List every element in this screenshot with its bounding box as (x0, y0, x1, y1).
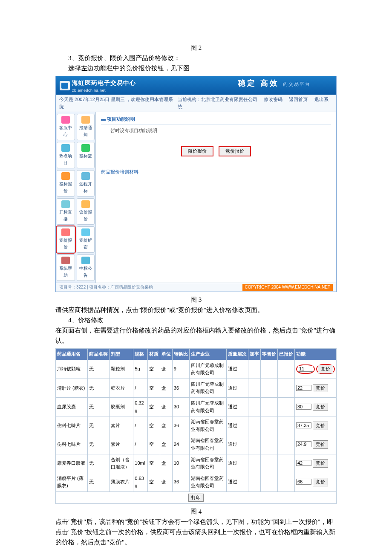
cell: 无 (88, 379, 110, 397)
logo-icon (59, 81, 70, 91)
cell (277, 397, 294, 416)
cell: / (133, 416, 148, 435)
cell: 通过 (226, 379, 248, 397)
sidebar-item-1[interactable]: 澄清通知 (77, 114, 95, 140)
sidebar-item-label: 热点项目 (59, 153, 72, 165)
price-input[interactable] (296, 404, 311, 410)
col-header: 材质 (147, 348, 160, 360)
footer-left: 项目号：3222 | 项目名称：广西药品限价竞价采购 (59, 284, 153, 291)
price-input[interactable] (296, 460, 311, 466)
sidebar-item-6[interactable]: 开标直播 (57, 198, 75, 225)
action-cell: 竞价 (294, 397, 336, 416)
cell (277, 435, 294, 454)
price-input[interactable] (298, 366, 313, 372)
cell: 盒 (160, 473, 172, 491)
cell: 通过 (226, 360, 248, 379)
bid-button[interactable]: 竞价 (313, 403, 328, 411)
cell: 0.63 g (133, 473, 148, 491)
price-input[interactable] (296, 441, 311, 447)
app-footer: 项目号：3222 | 项目名称：广西药品限价竞价采购 COPYRIGHT 200… (56, 283, 336, 292)
brand-title: 海虹医药电子交易中心 (72, 79, 136, 86)
bid-button[interactable]: 竞价 (313, 459, 328, 468)
cell: 湖南省回春堂药业有限公司 (189, 435, 226, 454)
cell: 10ml (133, 454, 148, 473)
bid-button[interactable]: 竞价 (313, 422, 328, 430)
sidebar-item-5[interactable]: 远程开标 (77, 170, 95, 197)
sidebar-item-label: 竞价报价 (59, 238, 72, 249)
training-link[interactable]: 药品报价培训材料 (101, 168, 331, 176)
sidebar-item-3[interactable]: 投标篮 (77, 142, 95, 168)
section-3-title: 3、竞价报价、限价入围产品价格修改： (55, 53, 337, 63)
sidebar-icon (61, 257, 70, 264)
cell: 湖南省回春堂药业有限公司 (189, 454, 226, 473)
sidebar-item-8[interactable]: 竞价报价 (57, 226, 75, 253)
sidebar-item-label: 中标公告 (79, 266, 92, 278)
svg-rect-1 (61, 83, 68, 89)
bid-button[interactable]: 竞价 (313, 440, 328, 449)
sidebar: 客服中心澄清通知热点项目投标篮投标报价远程开标开标直播议价报价竞价报价竞价解密系… (56, 112, 96, 283)
cell: / (133, 435, 148, 454)
print-button[interactable]: 打印 (188, 494, 204, 502)
cell: 空 (147, 360, 160, 379)
cell: 伤科七味片 (56, 416, 88, 435)
bid-button[interactable]: 竞价 (313, 384, 328, 393)
col-header: 商品名称 (88, 348, 110, 360)
app-screenshot-1: 海虹医药电子交易中心 zb.emedchina.net 稳定 高效 的交易平台 … (55, 76, 337, 292)
sidebar-icon (81, 228, 90, 236)
cell: 盒 (160, 379, 172, 397)
price-input[interactable] (296, 385, 311, 391)
limit-quote-button[interactable]: 限价报价 (181, 146, 213, 156)
sidebar-item-7[interactable]: 议价报价 (77, 198, 95, 225)
cell: 盒 (160, 397, 172, 416)
cell: 消瘿平片 (薄膜衣) (56, 473, 88, 491)
cell (260, 397, 277, 416)
cell: 36 (172, 379, 189, 397)
sidebar-item-11[interactable]: 中标公告 (77, 254, 95, 281)
section-4-title: 4、价格修改 (55, 315, 337, 325)
bid-button[interactable]: 竞价 (313, 478, 328, 486)
cell (248, 360, 260, 379)
sidebar-item-label: 系统帮助 (59, 266, 72, 278)
sidebar-icon (61, 172, 70, 180)
cell: 胶囊剂 (110, 397, 133, 416)
price-table: 药品通用名商品名称剂型规格材质单位转换比生产企业质量层次加率零售价已报价功能 荆… (55, 348, 337, 504)
link-home[interactable]: 返回首页 (289, 97, 308, 102)
sidebar-item-4[interactable]: 投标报价 (57, 170, 75, 197)
bid-button[interactable]: 竞价 (318, 365, 333, 373)
bid-quote-button[interactable]: 竞价报价 (219, 146, 251, 156)
sidebar-item-9[interactable]: 竞价解密 (77, 226, 95, 253)
between-paragraph: 请供应商根据品种情况，点击"限价报价"或"竞价报价"进入价格修改页面。 (55, 305, 337, 315)
link-change-pwd[interactable]: 修改密码 (264, 97, 282, 102)
org-label: 当前机构：北京北卫药业有限责任公司 (178, 97, 257, 102)
cell: 四川广元蓉成制药有限公司 (189, 360, 226, 379)
table-row: 荆特铍颗粒无颗粒剂5g空盒9四川广元蓉成制药有限公司通过 竞价 (56, 360, 337, 379)
sidebar-item-10[interactable]: 系统帮助 (57, 254, 75, 281)
price-input[interactable] (296, 479, 311, 485)
sidebar-item-label: 客服中心 (59, 125, 72, 137)
section-4-body: 在页面右侧，在需要进行价格修改的药品的对应价格框内输入要修改的价格，然后点击"竞… (55, 325, 337, 346)
sidebar-icon (81, 116, 90, 124)
cell: 无 (88, 473, 110, 491)
sidebar-icon (81, 172, 90, 180)
cell: 荆特铍颗粒 (56, 360, 88, 379)
col-header: 规格 (133, 348, 148, 360)
sidebar-item-label: 议价报价 (79, 210, 92, 221)
price-input[interactable] (296, 422, 311, 428)
price-table-screenshot: 药品通用名商品名称剂型规格材质单位转换比生产企业质量层次加率零售价已报价功能 荆… (55, 348, 337, 504)
col-header: 零售价 (260, 348, 277, 360)
action-cell: 竞价 (294, 454, 336, 473)
sidebar-item-0[interactable]: 客服中心 (57, 114, 75, 140)
cell (277, 454, 294, 473)
cell: 无 (88, 360, 110, 379)
panel-empty: 暂时没有项目功能说明 (101, 127, 331, 135)
col-header: 加率 (248, 348, 260, 360)
cell (260, 454, 277, 473)
cell (248, 379, 260, 397)
table-row: 清肝片 (糖衣)无糖衣片/空盒36四川广元蓉成制药有限公司通过 竞价 (56, 379, 337, 397)
action-cell: 竞价 (294, 473, 336, 491)
cell: 无 (88, 397, 110, 416)
sidebar-item-2[interactable]: 热点项目 (57, 142, 75, 168)
table-row: 血尿胶囊无胶囊剂0.32 g空盒30四川广元蓉成制药有限公司通过 竞价 (56, 397, 337, 416)
cell: 0.32 g (133, 397, 148, 416)
cell (248, 397, 260, 416)
